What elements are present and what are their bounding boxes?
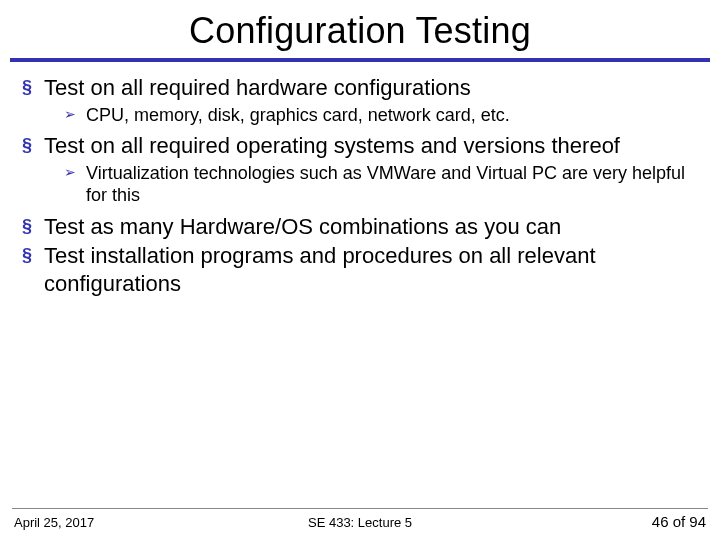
title-underline: [10, 58, 710, 62]
square-bullet-icon: §: [22, 74, 44, 100]
arrow-bullet-icon: ➢: [64, 162, 86, 183]
footer-date: April 25, 2017: [14, 515, 245, 530]
footer-rule: [12, 508, 708, 509]
square-bullet-icon: §: [22, 132, 44, 158]
bullet-item: § Test on all required hardware configur…: [22, 74, 702, 102]
bullet-item: § Test installation programs and procedu…: [22, 242, 702, 297]
slide-body: § Test on all required hardware configur…: [0, 74, 720, 297]
arrow-bullet-icon: ➢: [64, 104, 86, 125]
bullet-text: Test installation programs and procedure…: [44, 242, 702, 297]
bullet-text: Test on all required hardware configurat…: [44, 74, 471, 102]
square-bullet-icon: §: [22, 242, 44, 268]
slide: Configuration Testing § Test on all requ…: [0, 0, 720, 540]
bullet-text: Test as many Hardware/OS combinations as…: [44, 213, 561, 241]
footer-page: 46 of 94: [475, 513, 706, 530]
bullet-item: § Test on all required operating systems…: [22, 132, 702, 160]
bullet-item: § Test as many Hardware/OS combinations …: [22, 213, 702, 241]
square-bullet-icon: §: [22, 213, 44, 239]
sub-bullet-text: Virtualization technologies such as VMWa…: [86, 162, 702, 207]
sub-bullet-item: ➢ CPU, memory, disk, graphics card, netw…: [64, 104, 702, 127]
slide-title: Configuration Testing: [0, 0, 720, 58]
footer-row: April 25, 2017 SE 433: Lecture 5 46 of 9…: [0, 513, 720, 540]
bullet-text: Test on all required operating systems a…: [44, 132, 620, 160]
sub-bullet-item: ➢ Virtualization technologies such as VM…: [64, 162, 702, 207]
sub-bullet-text: CPU, memory, disk, graphics card, networ…: [86, 104, 510, 127]
footer-center: SE 433: Lecture 5: [245, 515, 476, 530]
slide-footer: April 25, 2017 SE 433: Lecture 5 46 of 9…: [0, 508, 720, 540]
